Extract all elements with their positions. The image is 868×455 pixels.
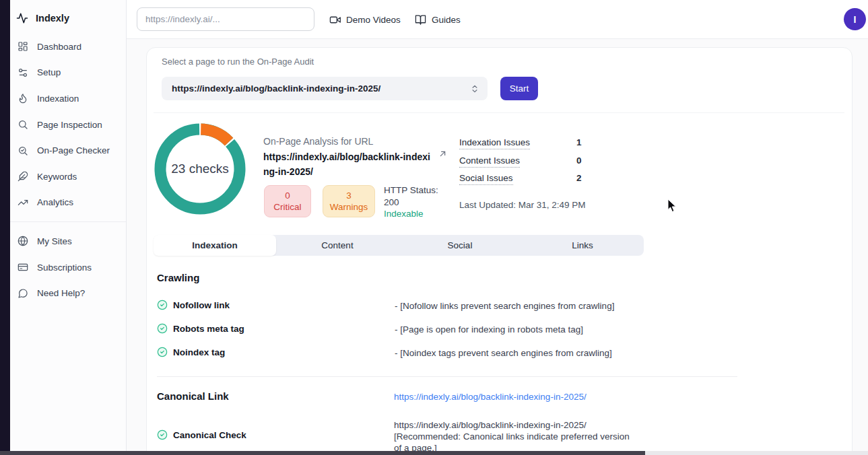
sidebar-item-page-inspection[interactable]: Page Inspection [10,112,126,138]
avatar-initial: I [854,14,857,25]
check-description: - [Nofollow links prevent search engines… [395,301,614,311]
sidebar-item-label: Dashboard [37,42,81,52]
card-icon [17,262,28,273]
sidebar-item-my-sites[interactable]: My Sites [10,228,126,254]
sidebar-item-keywords[interactable]: Keywords [10,164,126,190]
last-updated: Last Updated: Mar 31, 2:49 PM [459,200,586,210]
check-description: - [Page is open for indexing in robots m… [395,324,583,335]
book-open-icon [415,14,426,26]
sidebar-nav: Dashboard Setup Indexation Page Inspecti… [10,30,126,306]
search-check-icon [17,145,28,156]
video-scrubber-progress [0,451,645,455]
start-button[interactable]: Start [500,77,538,100]
main-content: Select a page to run the On-Page Audit h… [127,39,868,455]
globe-icon [17,236,28,247]
warnings-label: Warnings [330,201,368,213]
sidebar-item-label: Keywords [37,172,77,182]
critical-count: 0 [285,190,290,201]
check-circle-icon [157,347,168,357]
stat-label-text: Content Issues [459,155,520,168]
sidebar-divider [10,221,126,222]
http-status-block: HTTP Status: 200 Indexable [384,184,438,220]
sidebar-item-analytics[interactable]: Analytics [10,190,126,216]
stat-indexation-issues-value: 1 [576,137,582,147]
page-select-value: https://indexly.ai/blog/backlink-indexin… [172,83,380,94]
tab-links[interactable]: Links [521,235,644,256]
result-tabs: Indexation Content Social Links [154,235,644,256]
analysis-url: https://indexly.ai/blog/backlink-indexin… [263,150,436,179]
flame-icon [17,93,28,104]
check-label: Nofollow link [173,300,230,310]
analysis-title: On-Page Analysis for URL [263,136,373,147]
critical-badge: 0 Critical [264,185,311,217]
check-circle-icon [157,429,168,440]
checks-donut-chart: 23 checks [152,121,248,217]
audit-select-label: Select a page to run the On-Page Audit [162,57,314,67]
check-row-noindex: Noindex tag [157,347,225,357]
warnings-badge: 3 Warnings [323,185,375,217]
check-circle-icon [157,323,168,334]
sidebar-item-label: On-Page Checker [37,145,110,155]
stat-label-text: Social Issues [459,173,513,185]
stat-social-issues-value: 2 [576,173,582,183]
feather-icon [17,171,28,182]
divider [157,376,737,377]
guides-button[interactable]: Guides [415,0,461,39]
search-icon [17,119,28,131]
checks-count-label: 23 checks [152,121,248,217]
canonical-check-description: https://indexly.ai/blog/backlink-indexin… [394,419,636,454]
demo-videos-label: Demo Videos [346,15,401,25]
check-description: - [Noindex tags prevent search engines f… [395,348,612,358]
chevrons-up-down-icon [470,84,479,94]
logo-label: Indexly [36,13,69,24]
check-label: Canonical Check [173,430,246,440]
sidebar-item-label: My Sites [37,236,72,246]
check-label: Noindex tag [173,347,225,357]
check-label: Robots meta tag [173,324,244,334]
logo[interactable]: Indexly [10,0,126,30]
sidebar-item-subscriptions[interactable]: Subscriptions [10,254,126,281]
indexable-status: Indexable [384,208,438,220]
chat-icon [17,287,28,299]
mouse-cursor [667,199,678,216]
sidebar-item-label: Subscriptions [37,262,92,273]
sidebar-item-setup[interactable]: Setup [10,60,126,86]
trending-up-icon [17,197,28,208]
sidebar-item-label: Page Inspection [37,120,102,130]
sidebar-item-label: Indexation [37,94,79,104]
demo-videos-button[interactable]: Demo Videos [329,0,401,39]
divider [154,112,844,113]
tab-content[interactable]: Content [276,235,399,256]
sidebar-item-need-help[interactable]: Need Help? [10,280,126,306]
url-input[interactable] [137,7,314,31]
sidebar-item-indexation[interactable]: Indexation [10,85,126,112]
video-icon [329,14,341,26]
sidebar-item-dashboard[interactable]: Dashboard [10,34,126,60]
tab-social[interactable]: Social [399,235,521,256]
external-link-icon[interactable] [438,149,448,162]
canonical-heading: Canonical Link [157,390,229,402]
tab-indexation[interactable]: Indexation [154,235,276,256]
dashboard-icon [17,41,28,53]
sidebar-item-label: Analytics [37,197,73,207]
stat-social-issues[interactable]: Social Issues [459,173,574,183]
canonical-link[interactable]: https://indexly.ai/blog/backlink-indexin… [394,392,587,402]
check-row-canonical: Canonical Check [157,429,246,440]
critical-label: Critical [273,201,301,213]
guides-label: Guides [432,15,461,25]
warnings-count: 3 [346,190,352,201]
video-scrubber[interactable] [0,451,868,455]
check-circle-icon [157,300,168,310]
canonical-desc-line: [Recommended: Canonical links indicate p… [394,431,636,442]
on-page-audit-card: Select a page to run the On-Page Audit h… [146,47,853,455]
sidebar-item-on-page-checker[interactable]: On-Page Checker [10,137,126,164]
sidebar-item-label: Need Help? [37,288,85,298]
canonical-desc-line: https://indexly.ai/blog/backlink-indexin… [394,419,636,431]
check-row-robots-meta: Robots meta tag [157,323,244,334]
stat-indexation-issues[interactable]: Indexation Issues [459,137,574,147]
window-left-edge [0,0,10,455]
user-avatar[interactable]: I [844,8,866,30]
page-select-dropdown[interactable]: https://indexly.ai/blog/backlink-indexin… [162,77,488,100]
sidebar: Indexly Dashboard Setup Indexation Page … [10,0,127,455]
stat-content-issues[interactable]: Content Issues [459,155,574,166]
